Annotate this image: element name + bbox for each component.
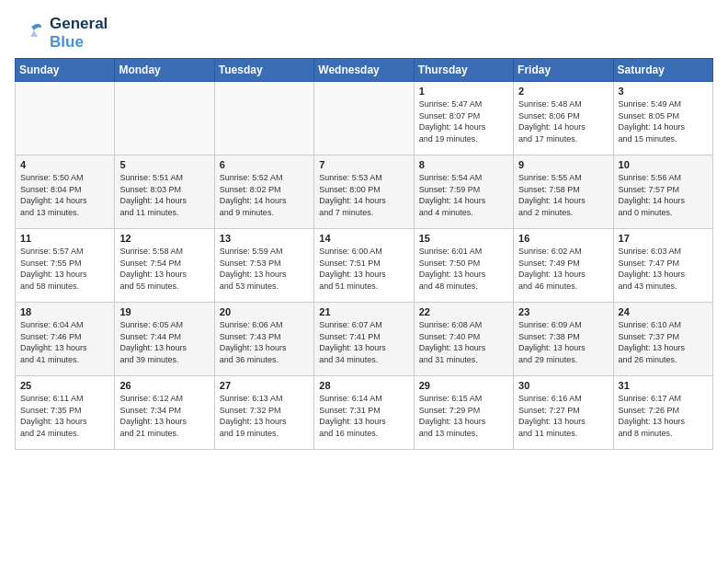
week-row-3: 11Sunrise: 5:57 AM Sunset: 7:55 PM Dayli… — [16, 229, 713, 303]
logo: General Blue — [15, 15, 108, 51]
calendar-cell: 29Sunrise: 6:15 AM Sunset: 7:29 PM Dayli… — [414, 376, 513, 450]
day-number: 29 — [419, 380, 508, 391]
day-number: 4 — [20, 159, 109, 170]
day-header-saturday: Saturday — [613, 59, 712, 82]
day-number: 8 — [419, 159, 508, 170]
day-info: Sunrise: 5:54 AM Sunset: 7:59 PM Dayligh… — [419, 172, 508, 218]
day-info: Sunrise: 6:05 AM Sunset: 7:44 PM Dayligh… — [119, 319, 209, 365]
calendar-cell: 7Sunrise: 5:53 AM Sunset: 8:00 PM Daylig… — [314, 155, 414, 229]
page-header: General Blue — [15, 15, 713, 51]
calendar-cell: 17Sunrise: 6:03 AM Sunset: 7:47 PM Dayli… — [613, 229, 712, 303]
day-header-row: SundayMondayTuesdayWednesdayThursdayFrid… — [16, 59, 713, 82]
day-info: Sunrise: 6:04 AM Sunset: 7:46 PM Dayligh… — [20, 319, 109, 365]
day-number: 13 — [220, 233, 309, 244]
day-number: 11 — [20, 233, 109, 244]
day-info: Sunrise: 5:47 AM Sunset: 8:07 PM Dayligh… — [419, 98, 508, 144]
day-info: Sunrise: 6:07 AM Sunset: 7:41 PM Dayligh… — [319, 319, 408, 365]
day-number: 31 — [619, 380, 708, 391]
calendar-cell: 10Sunrise: 5:56 AM Sunset: 7:57 PM Dayli… — [613, 155, 712, 229]
calendar-cell: 13Sunrise: 5:59 AM Sunset: 7:53 PM Dayli… — [214, 229, 313, 303]
logo-general-text: General — [50, 15, 108, 33]
calendar-cell: 20Sunrise: 6:06 AM Sunset: 7:43 PM Dayli… — [214, 303, 313, 376]
day-number: 17 — [619, 233, 708, 244]
calendar-table: SundayMondayTuesdayWednesdayThursdayFrid… — [15, 58, 713, 450]
day-header-sunday: Sunday — [16, 59, 115, 82]
day-info: Sunrise: 6:14 AM Sunset: 7:31 PM Dayligh… — [319, 393, 408, 439]
calendar-cell: 5Sunrise: 5:51 AM Sunset: 8:03 PM Daylig… — [115, 155, 214, 229]
day-header-monday: Monday — [115, 59, 214, 82]
day-info: Sunrise: 6:17 AM Sunset: 7:26 PM Dayligh… — [619, 393, 708, 439]
calendar-cell: 22Sunrise: 6:08 AM Sunset: 7:40 PM Dayli… — [414, 303, 513, 376]
day-info: Sunrise: 5:49 AM Sunset: 8:05 PM Dayligh… — [619, 98, 708, 144]
day-info: Sunrise: 5:58 AM Sunset: 7:54 PM Dayligh… — [119, 246, 209, 292]
week-row-4: 18Sunrise: 6:04 AM Sunset: 7:46 PM Dayli… — [16, 303, 713, 376]
logo: General Blue — [15, 15, 108, 51]
day-info: Sunrise: 5:53 AM Sunset: 8:00 PM Dayligh… — [319, 172, 408, 218]
day-number: 30 — [518, 380, 608, 391]
day-info: Sunrise: 5:52 AM Sunset: 8:02 PM Dayligh… — [220, 172, 309, 218]
day-info: Sunrise: 6:15 AM Sunset: 7:29 PM Dayligh… — [419, 393, 508, 439]
day-number: 14 — [319, 233, 408, 244]
day-number: 12 — [119, 233, 209, 244]
calendar-cell — [314, 82, 414, 155]
day-number: 2 — [518, 86, 608, 97]
calendar-cell: 9Sunrise: 5:55 AM Sunset: 7:58 PM Daylig… — [514, 155, 613, 229]
day-number: 16 — [518, 233, 608, 244]
week-row-1: 1Sunrise: 5:47 AM Sunset: 8:07 PM Daylig… — [16, 82, 713, 155]
calendar-cell: 1Sunrise: 5:47 AM Sunset: 8:07 PM Daylig… — [414, 82, 513, 155]
day-info: Sunrise: 6:06 AM Sunset: 7:43 PM Dayligh… — [220, 319, 309, 365]
day-number: 6 — [220, 159, 309, 170]
day-info: Sunrise: 5:50 AM Sunset: 8:04 PM Dayligh… — [20, 172, 109, 218]
day-number: 25 — [20, 380, 109, 391]
calendar-cell: 8Sunrise: 5:54 AM Sunset: 7:59 PM Daylig… — [414, 155, 513, 229]
calendar-cell: 26Sunrise: 6:12 AM Sunset: 7:34 PM Dayli… — [115, 376, 214, 450]
day-info: Sunrise: 6:12 AM Sunset: 7:34 PM Dayligh… — [119, 393, 209, 439]
day-header-thursday: Thursday — [414, 59, 513, 82]
day-number: 18 — [20, 306, 109, 317]
day-info: Sunrise: 6:03 AM Sunset: 7:47 PM Dayligh… — [619, 246, 708, 292]
day-number: 20 — [220, 306, 309, 317]
day-info: Sunrise: 6:09 AM Sunset: 7:38 PM Dayligh… — [518, 319, 608, 365]
day-info: Sunrise: 5:56 AM Sunset: 7:57 PM Dayligh… — [619, 172, 708, 218]
calendar-cell: 21Sunrise: 6:07 AM Sunset: 7:41 PM Dayli… — [314, 303, 414, 376]
day-number: 9 — [518, 159, 608, 170]
logo-blue-text: Blue — [50, 33, 108, 52]
day-number: 26 — [119, 380, 209, 391]
day-number: 3 — [619, 86, 708, 97]
day-info: Sunrise: 6:00 AM Sunset: 7:51 PM Dayligh… — [319, 246, 408, 292]
logo-bird-icon — [15, 17, 48, 50]
day-info: Sunrise: 5:59 AM Sunset: 7:53 PM Dayligh… — [220, 246, 309, 292]
calendar-cell: 25Sunrise: 6:11 AM Sunset: 7:35 PM Dayli… — [16, 376, 115, 450]
calendar-cell: 11Sunrise: 5:57 AM Sunset: 7:55 PM Dayli… — [16, 229, 115, 303]
day-header-wednesday: Wednesday — [314, 59, 414, 82]
calendar-cell: 28Sunrise: 6:14 AM Sunset: 7:31 PM Dayli… — [314, 376, 414, 450]
day-number: 23 — [518, 306, 608, 317]
day-info: Sunrise: 6:13 AM Sunset: 7:32 PM Dayligh… — [220, 393, 309, 439]
day-header-tuesday: Tuesday — [214, 59, 313, 82]
day-number: 5 — [119, 159, 209, 170]
day-number: 1 — [419, 86, 508, 97]
day-number: 21 — [319, 306, 408, 317]
day-number: 22 — [419, 306, 508, 317]
day-info: Sunrise: 5:48 AM Sunset: 8:06 PM Dayligh… — [518, 98, 608, 144]
day-info: Sunrise: 6:11 AM Sunset: 7:35 PM Dayligh… — [20, 393, 109, 439]
day-number: 7 — [319, 159, 408, 170]
day-number: 10 — [619, 159, 708, 170]
week-row-5: 25Sunrise: 6:11 AM Sunset: 7:35 PM Dayli… — [16, 376, 713, 450]
calendar-cell: 14Sunrise: 6:00 AM Sunset: 7:51 PM Dayli… — [314, 229, 414, 303]
calendar-cell: 27Sunrise: 6:13 AM Sunset: 7:32 PM Dayli… — [214, 376, 313, 450]
day-info: Sunrise: 6:01 AM Sunset: 7:50 PM Dayligh… — [419, 246, 508, 292]
calendar-cell: 19Sunrise: 6:05 AM Sunset: 7:44 PM Dayli… — [115, 303, 214, 376]
day-info: Sunrise: 6:08 AM Sunset: 7:40 PM Dayligh… — [419, 319, 508, 365]
day-info: Sunrise: 5:51 AM Sunset: 8:03 PM Dayligh… — [119, 172, 209, 218]
day-header-friday: Friday — [514, 59, 613, 82]
day-info: Sunrise: 5:57 AM Sunset: 7:55 PM Dayligh… — [20, 246, 109, 292]
day-number: 15 — [419, 233, 508, 244]
calendar-cell: 2Sunrise: 5:48 AM Sunset: 8:06 PM Daylig… — [514, 82, 613, 155]
calendar-cell — [115, 82, 214, 155]
day-number: 27 — [220, 380, 309, 391]
calendar-cell: 4Sunrise: 5:50 AM Sunset: 8:04 PM Daylig… — [16, 155, 115, 229]
calendar-cell: 6Sunrise: 5:52 AM Sunset: 8:02 PM Daylig… — [214, 155, 313, 229]
day-number: 24 — [619, 306, 708, 317]
day-info: Sunrise: 6:10 AM Sunset: 7:37 PM Dayligh… — [619, 319, 708, 365]
